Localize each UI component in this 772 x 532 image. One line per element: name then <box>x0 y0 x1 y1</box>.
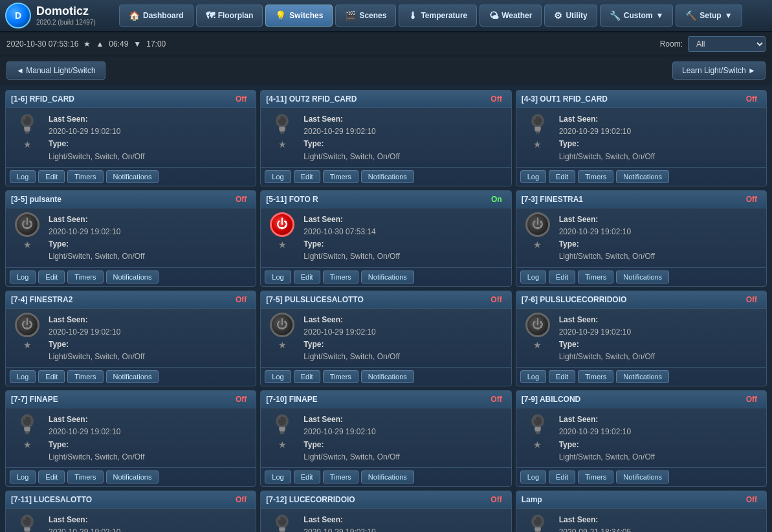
nav-custom[interactable]: 🔧Custom▼ <box>600 5 674 27</box>
manual-switch-button[interactable]: ◄ Manual Light/Switch <box>6 61 105 80</box>
status-badge[interactable]: Off <box>742 94 761 104</box>
timers-button[interactable]: Timers <box>578 370 613 383</box>
favorite-star[interactable]: ★ <box>278 139 287 150</box>
notifications-button[interactable]: Notifications <box>616 170 669 183</box>
svg-rect-17 <box>25 432 29 434</box>
timers-button[interactable]: Timers <box>578 170 613 183</box>
log-button[interactable]: Log <box>10 370 36 383</box>
favorite-star[interactable]: ★ <box>23 139 32 150</box>
status-badge[interactable]: Off <box>487 294 505 305</box>
log-button[interactable]: Log <box>265 271 291 283</box>
status-badge[interactable]: Off <box>742 194 761 205</box>
favorite-star[interactable]: ★ <box>23 439 32 450</box>
status-badge[interactable]: Off <box>232 494 250 505</box>
nav-utility[interactable]: ⚙Utility <box>544 5 597 27</box>
timers-button[interactable]: Timers <box>323 271 358 283</box>
timers-button[interactable]: Timers <box>578 471 613 483</box>
power-off-icon[interactable]: ⏻ <box>270 313 294 337</box>
status-badge[interactable]: Off <box>742 494 761 505</box>
notifications-button[interactable]: Notifications <box>616 370 669 383</box>
power-off-icon[interactable]: ⏻ <box>15 212 39 237</box>
log-button[interactable]: Log <box>520 271 546 283</box>
power-off-icon[interactable]: ⏻ <box>15 313 39 337</box>
favorite-star[interactable]: ★ <box>23 239 32 250</box>
status-badge[interactable]: Off <box>232 294 250 305</box>
edit-button[interactable]: Edit <box>294 271 320 283</box>
favorite-star[interactable]: ★ <box>278 340 287 350</box>
status-badge[interactable]: Off <box>487 494 505 505</box>
favorite-star[interactable]: ★ <box>533 439 542 450</box>
status-badge[interactable]: Off <box>232 394 250 405</box>
notifications-button[interactable]: Notifications <box>361 170 414 183</box>
card-title: [4-3] OUT1 RFID_CARD <box>522 94 608 104</box>
timers-button[interactable]: Timers <box>67 271 103 283</box>
power-off-icon[interactable]: ⏻ <box>525 313 550 337</box>
edit-button[interactable]: Edit <box>549 271 575 283</box>
device-info: Last Seen: 2020-10-29 19:02:10 Type: Lig… <box>49 412 250 463</box>
edit-button[interactable]: Edit <box>549 370 575 383</box>
favorite-star[interactable]: ★ <box>533 340 542 350</box>
timers-button[interactable]: Timers <box>323 471 358 483</box>
nav-weather[interactable]: 🌤Weather <box>480 5 542 27</box>
timers-button[interactable]: Timers <box>323 370 358 383</box>
favorite-star[interactable]: ★ <box>23 340 32 350</box>
log-button[interactable]: Log <box>520 370 546 383</box>
nav-floorplan[interactable]: 🗺Floorplan <box>196 5 263 27</box>
nav-dashboard[interactable]: 🏠Dashboard <box>119 5 193 27</box>
power-off-icon[interactable]: ⏻ <box>525 212 550 237</box>
card-header: [7-9] ABILCONDOff <box>516 391 766 408</box>
edit-button[interactable]: Edit <box>38 471 65 483</box>
edit-button[interactable]: Edit <box>38 170 65 183</box>
status-badge[interactable]: On <box>487 194 506 205</box>
status-badge[interactable]: Off <box>232 94 250 104</box>
notifications-button[interactable]: Notifications <box>361 271 414 283</box>
log-button[interactable]: Log <box>10 471 36 483</box>
card-header: [1-6] RFID_CARDOff <box>6 91 256 108</box>
timers-button[interactable]: Timers <box>67 170 103 183</box>
nav-switches[interactable]: 💡Switches <box>265 5 333 27</box>
notifications-button[interactable]: Notifications <box>616 471 669 483</box>
status-badge[interactable]: Off <box>742 394 761 405</box>
timers-button[interactable]: Timers <box>578 271 613 283</box>
status-badge[interactable]: Off <box>232 194 250 205</box>
notifications-button[interactable]: Notifications <box>106 370 159 383</box>
power-on-icon[interactable]: ⏻ <box>270 212 294 237</box>
favorite-star[interactable]: ★ <box>278 439 287 450</box>
notifications-button[interactable]: Notifications <box>106 471 159 483</box>
edit-button[interactable]: Edit <box>549 170 575 183</box>
log-button[interactable]: Log <box>265 170 291 183</box>
status-badge[interactable]: Off <box>487 394 505 405</box>
learn-switch-button[interactable]: Learn Light/Switch ► <box>672 61 766 80</box>
log-button[interactable]: Log <box>265 471 291 483</box>
nav-temperature[interactable]: 🌡Temperature <box>399 5 477 27</box>
status-badge[interactable]: Off <box>742 294 761 305</box>
timers-button[interactable]: Timers <box>67 370 103 383</box>
nav-scenes[interactable]: 🎬Scenes <box>335 5 396 27</box>
edit-button[interactable]: Edit <box>38 271 65 283</box>
log-button[interactable]: Log <box>520 170 546 183</box>
log-button[interactable]: Log <box>520 471 546 483</box>
edit-button[interactable]: Edit <box>294 170 320 183</box>
favorite-star[interactable]: ★ <box>278 239 287 250</box>
log-button[interactable]: Log <box>10 271 36 283</box>
favorite-star[interactable]: ★ <box>533 239 542 250</box>
device-info: Last Seen: 2020-10-29 19:02:10 Type: Lig… <box>303 412 505 463</box>
log-button[interactable]: Log <box>265 370 291 383</box>
notifications-button[interactable]: Notifications <box>361 370 414 383</box>
edit-button[interactable]: Edit <box>38 370 65 383</box>
last-seen-value: 2020-10-29 19:02:10 <box>303 126 505 138</box>
notifications-button[interactable]: Notifications <box>106 170 159 183</box>
notifications-button[interactable]: Notifications <box>616 271 669 283</box>
log-button[interactable]: Log <box>10 170 36 183</box>
notifications-button[interactable]: Notifications <box>106 271 159 283</box>
notifications-button[interactable]: Notifications <box>361 471 414 483</box>
room-select[interactable]: All <box>688 36 766 52</box>
nav-setup[interactable]: 🔨Setup▼ <box>676 5 742 27</box>
timers-button[interactable]: Timers <box>323 170 358 183</box>
edit-button[interactable]: Edit <box>549 471 575 483</box>
timers-button[interactable]: Timers <box>67 471 103 483</box>
status-badge[interactable]: Off <box>487 94 505 104</box>
edit-button[interactable]: Edit <box>294 370 320 383</box>
favorite-star[interactable]: ★ <box>533 139 542 150</box>
edit-button[interactable]: Edit <box>294 471 320 483</box>
